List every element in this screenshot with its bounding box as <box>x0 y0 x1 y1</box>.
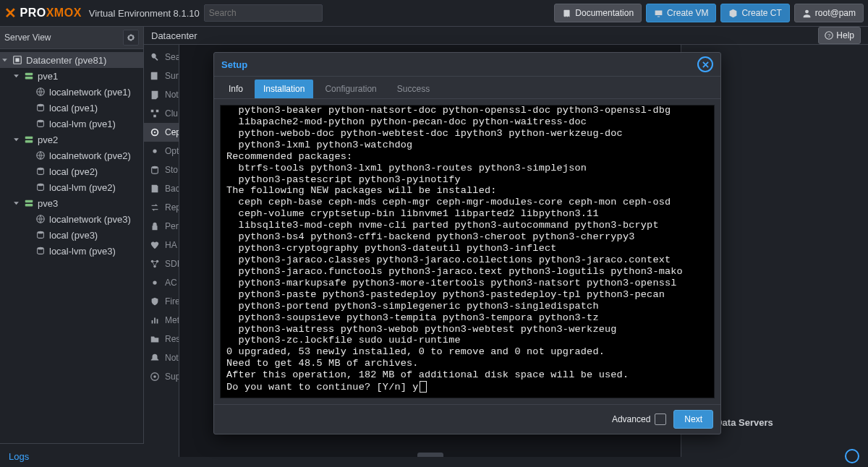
tree-storage[interactable]: local (pve3) <box>0 227 143 243</box>
tree-node-pve3[interactable]: pve3 <box>0 195 143 211</box>
modal-header: Setup <box>214 53 720 77</box>
tab-success[interactable]: Success <box>388 80 438 98</box>
user-label: root@pam <box>815 8 856 18</box>
nav-label: Bac <box>165 184 179 194</box>
breadcrumb: Datacenter <box>151 30 197 41</box>
nav-support[interactable]: Sup <box>144 367 179 386</box>
tree-node-pve2[interactable]: pve2 <box>0 132 143 147</box>
tree-label: local-lvm (pve3) <box>49 246 116 257</box>
tree-node-pve1[interactable]: pve1 <box>0 68 143 84</box>
tree-label: localnetwork (pve3) <box>49 214 131 225</box>
nav-notes[interactable]: Not <box>144 85 179 104</box>
nav-label: Sup <box>165 372 179 382</box>
documentation-label: Documentation <box>575 8 634 18</box>
svg-rect-3 <box>25 77 33 80</box>
nav-sdn[interactable]: SDI <box>144 254 179 273</box>
global-search-input[interactable] <box>204 4 323 22</box>
network-icon <box>35 213 46 225</box>
server-icon <box>23 197 35 209</box>
nav-notify[interactable]: Not <box>144 348 179 367</box>
tree-storage[interactable]: localnetwork (pve2) <box>0 147 143 163</box>
nav-acme[interactable]: AC <box>144 273 179 292</box>
help-label: Help <box>836 30 854 40</box>
book-icon <box>562 9 571 18</box>
product-suffix: Virtual Environment 8.1.10 <box>89 8 200 19</box>
tree-storage[interactable]: local (pve2) <box>0 163 143 179</box>
expand-icon[interactable] <box>12 72 20 80</box>
nav-label: Fire <box>165 296 179 307</box>
nav-storage[interactable]: Sto <box>144 160 179 179</box>
documentation-button[interactable]: Documentation <box>554 4 642 22</box>
nav-backup[interactable]: Bac <box>144 179 179 198</box>
nav-permissions[interactable]: Per <box>144 217 179 236</box>
tree-storage[interactable]: local-lvm (pve2) <box>0 179 143 195</box>
user-icon <box>802 9 812 18</box>
tab-installation[interactable]: Installation <box>255 80 313 98</box>
tree-storage[interactable]: localnetwork (pve1) <box>0 84 143 100</box>
svg-rect-13 <box>25 204 33 207</box>
nav-label: Sea <box>165 52 179 62</box>
disk-icon <box>35 166 46 177</box>
nav-firewall[interactable]: Fire <box>144 292 179 311</box>
modal-footer: Advanced Next <box>214 404 720 434</box>
tree-label: localnetwork (pve2) <box>49 150 131 161</box>
svg-point-11 <box>38 184 44 187</box>
user-menu-button[interactable]: root@pam <box>794 4 864 22</box>
nav-replication[interactable]: Rep <box>144 198 179 217</box>
create-ct-button[interactable]: Create CT <box>720 4 789 22</box>
nav-options[interactable]: Opt <box>144 142 179 160</box>
splitter-handle[interactable] <box>417 453 443 457</box>
nav-resources[interactable]: Res <box>144 330 179 348</box>
advanced-label: Advanced <box>612 414 650 424</box>
nav-label: Res <box>165 334 179 344</box>
expand-icon[interactable] <box>12 199 20 207</box>
nav-label: Met <box>165 315 179 325</box>
nav-summary[interactable]: Sur <box>144 67 179 85</box>
tree-label: local (pve2) <box>49 166 98 177</box>
nav-cluster[interactable]: Clu <box>144 104 179 123</box>
nav-ha[interactable]: HA <box>144 236 179 254</box>
nav-label: Clu <box>165 108 178 119</box>
tree-storage[interactable]: local-lvm (pve3) <box>0 243 143 259</box>
resource-tree-panel: Server View Datacenter (pve81)pve1localn… <box>0 27 144 443</box>
logo-x-icon: ✕ <box>4 4 17 22</box>
nav-metrics[interactable]: Met <box>144 311 179 330</box>
svg-rect-7 <box>25 137 33 140</box>
tree-settings-button[interactable] <box>123 30 139 46</box>
nav-label: SDI <box>165 259 179 269</box>
tree-datacenter[interactable]: Datacenter (pve81) <box>0 52 143 68</box>
monitor-icon <box>654 9 663 18</box>
svg-point-21 <box>152 166 158 169</box>
top-bar: ✕ PROXMOX Virtual Environment 8.1.10 Doc… <box>0 0 868 27</box>
install-terminal[interactable]: python3-beaker python-natsort-doc python… <box>220 105 715 398</box>
network-icon <box>35 150 46 161</box>
help-button[interactable]: ? Help <box>818 27 861 44</box>
expand-icon[interactable] <box>12 135 20 144</box>
svg-point-10 <box>38 168 44 171</box>
view-selector[interactable]: Server View <box>0 27 143 49</box>
create-vm-button[interactable]: Create VM <box>646 4 716 22</box>
next-button[interactable]: Next <box>673 410 713 429</box>
tree-storage[interactable]: local (pve1) <box>0 100 143 116</box>
tree-label: local-lvm (pve2) <box>49 182 116 193</box>
svg-rect-2 <box>25 73 33 76</box>
nav-ceph[interactable]: Cep <box>144 123 179 142</box>
tree-storage[interactable]: localnetwork (pve3) <box>0 211 143 227</box>
tab-info[interactable]: Info <box>220 80 252 98</box>
create-ct-label: Create CT <box>741 8 781 18</box>
nav-label: AC <box>165 278 177 288</box>
tab-configuration[interactable]: Configuration <box>316 80 385 98</box>
create-vm-label: Create VM <box>667 8 708 18</box>
svg-point-27 <box>153 375 156 378</box>
svg-point-16 <box>38 247 44 250</box>
modal-close-button[interactable] <box>697 56 713 72</box>
tree-storage[interactable]: local-lvm (pve1) <box>0 116 143 132</box>
nav-label: Not <box>165 353 179 363</box>
disk-icon <box>35 245 46 257</box>
expand-icon[interactable] <box>0 56 9 64</box>
tree-label: local (pve3) <box>49 230 98 241</box>
advanced-toggle[interactable]: Advanced <box>612 414 666 425</box>
nav-search[interactable]: Sea <box>144 48 179 67</box>
advanced-checkbox[interactable] <box>655 414 666 425</box>
help-icon: ? <box>825 31 833 40</box>
